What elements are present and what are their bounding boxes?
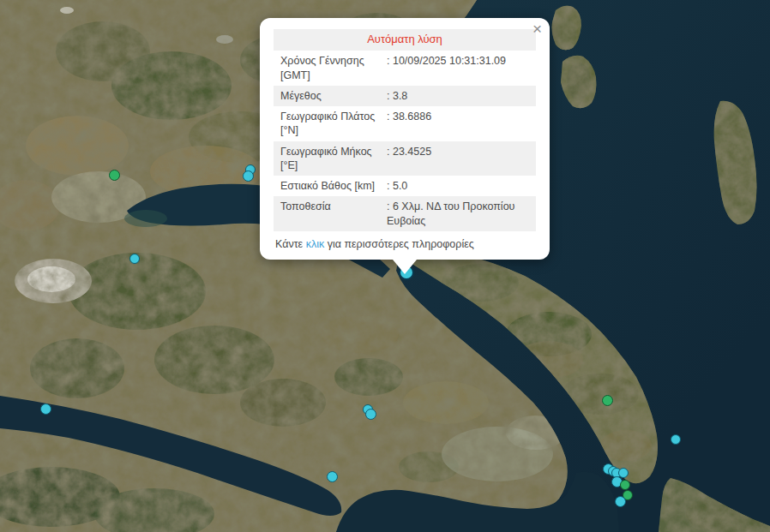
popup-tail — [393, 260, 417, 274]
earthquake-marker[interactable] — [671, 434, 681, 445]
footer-text: για περισσότερες πληροφορίες — [324, 238, 474, 250]
earthquake-marker[interactable] — [365, 409, 376, 420]
table-row: Τοποθεσία : 6 Χλμ. ΝΔ του Προκοπίου Ευβο… — [274, 196, 536, 231]
earthquake-marker[interactable] — [327, 471, 338, 482]
earthquake-marker[interactable] — [109, 170, 120, 181]
footer-text: Κάντε — [275, 238, 306, 250]
row-value: : 10/09/2025 10:31:31.09 — [383, 51, 536, 86]
earthquake-marker[interactable] — [602, 395, 613, 406]
table-row: Χρόνος Γέννησης [GMT] : 10/09/2025 10:31… — [274, 51, 536, 86]
table-row: Μέγεθος : 3.8 — [274, 86, 536, 106]
close-icon[interactable]: × — [532, 21, 542, 37]
earthquake-popup: × Αυτόματη λύση Χρόνος Γέννησης [GMT] : … — [260, 18, 550, 260]
earthquake-marker[interactable] — [40, 403, 51, 415]
row-value: : 38.6886 — [383, 106, 536, 141]
table-row: Γεωγραφικό Πλάτος [°N] : 38.6886 — [274, 106, 536, 141]
row-label: Γεωγραφικό Πλάτος [°N] — [274, 106, 383, 141]
row-value: : 23.4525 — [383, 141, 536, 176]
row-label: Χρόνος Γέννησης [GMT] — [274, 51, 383, 86]
table-row: Εστιακό Βάθος [km] : 5.0 — [274, 176, 536, 196]
popup-title: Αυτόματη λύση — [360, 29, 449, 51]
cloud — [60, 7, 74, 14]
earthquake-marker[interactable] — [615, 496, 626, 507]
popup-footer: Κάντε κλικ για περισσότερες πληροφορίες — [274, 237, 536, 251]
row-label: Εστιακό Βάθος [km] — [274, 176, 383, 196]
earthquake-marker[interactable] — [620, 480, 630, 490]
row-value: : 3.8 — [383, 86, 536, 106]
row-label: Μέγεθος — [274, 86, 383, 106]
cloud — [216, 35, 233, 44]
row-value: : 5.0 — [383, 176, 536, 196]
row-value: : 6 Χλμ. ΝΔ του Προκοπίου Ευβοίας — [383, 196, 536, 231]
more-info-link[interactable]: κλικ — [306, 238, 325, 250]
earthquake-marker[interactable] — [129, 254, 140, 264]
row-label: Γεωγραφικό Μήκος [°E] — [274, 141, 383, 176]
row-label: Τοποθεσία — [274, 196, 383, 231]
popup-table: Αυτόματη λύση Χρόνος Γέννησης [GMT] : 10… — [274, 29, 536, 230]
table-row: Γεωγραφικό Μήκος [°E] : 23.4525 — [274, 141, 536, 176]
earthquake-marker[interactable] — [243, 170, 254, 182]
